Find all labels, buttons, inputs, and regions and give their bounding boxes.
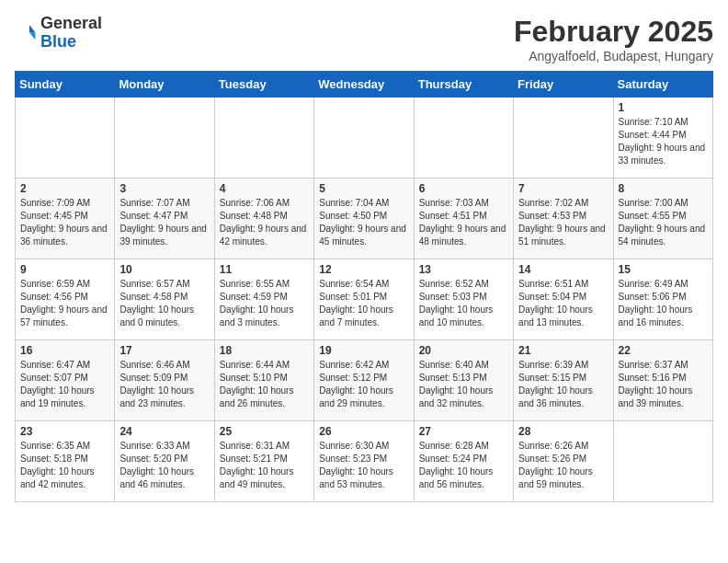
calendar-cell: 9Sunrise: 6:59 AM Sunset: 4:56 PM Daylig… <box>16 259 115 340</box>
day-number: 24 <box>119 425 209 438</box>
weekday-header: Monday <box>115 72 214 98</box>
weekday-header: Wednesday <box>314 72 414 98</box>
day-info: Sunrise: 7:10 AM Sunset: 4:44 PM Dayligh… <box>619 116 708 167</box>
day-number: 12 <box>319 263 408 276</box>
calendar-cell: 14Sunrise: 6:51 AM Sunset: 5:04 PM Dayli… <box>514 259 613 340</box>
logo-icon <box>15 22 37 44</box>
day-info: Sunrise: 6:37 AM Sunset: 5:16 PM Dayligh… <box>619 359 708 410</box>
day-number: 11 <box>220 263 309 276</box>
day-info: Sunrise: 7:07 AM Sunset: 4:47 PM Dayligh… <box>119 197 209 248</box>
calendar-cell: 10Sunrise: 6:57 AM Sunset: 4:58 PM Dayli… <box>115 259 214 340</box>
calendar-cell: 22Sunrise: 6:37 AM Sunset: 5:16 PM Dayli… <box>613 340 712 421</box>
day-info: Sunrise: 6:40 AM Sunset: 5:13 PM Dayligh… <box>419 359 508 410</box>
day-number: 14 <box>518 263 608 276</box>
weekday-header: Sunday <box>16 72 115 98</box>
day-info: Sunrise: 6:59 AM Sunset: 4:56 PM Dayligh… <box>20 278 109 329</box>
day-info: Sunrise: 6:26 AM Sunset: 5:26 PM Dayligh… <box>518 440 608 491</box>
day-number: 8 <box>619 182 708 195</box>
day-number: 5 <box>319 182 408 195</box>
day-info: Sunrise: 6:55 AM Sunset: 4:59 PM Dayligh… <box>220 278 309 329</box>
calendar-cell: 3Sunrise: 7:07 AM Sunset: 4:47 PM Daylig… <box>115 178 214 259</box>
calendar-cell: 16Sunrise: 6:47 AM Sunset: 5:07 PM Dayli… <box>16 340 115 421</box>
day-info: Sunrise: 6:33 AM Sunset: 5:20 PM Dayligh… <box>119 440 209 491</box>
day-info: Sunrise: 6:52 AM Sunset: 5:03 PM Dayligh… <box>419 278 508 329</box>
calendar-cell: 20Sunrise: 6:40 AM Sunset: 5:13 PM Dayli… <box>414 340 513 421</box>
calendar-cell: 8Sunrise: 7:00 AM Sunset: 4:55 PM Daylig… <box>613 178 712 259</box>
weekday-header: Tuesday <box>214 72 313 98</box>
svg-marker-0 <box>29 25 35 32</box>
title-section: February 2025 Angyalfoeld, Budapest, Hun… <box>514 15 713 63</box>
logo: General Blue <box>15 15 102 52</box>
calendar-cell: 11Sunrise: 6:55 AM Sunset: 4:59 PM Dayli… <box>214 259 313 340</box>
calendar-week-row: 9Sunrise: 6:59 AM Sunset: 4:56 PM Daylig… <box>16 259 713 340</box>
weekday-header-row: SundayMondayTuesdayWednesdayThursdayFrid… <box>16 72 713 98</box>
calendar-cell: 2Sunrise: 7:09 AM Sunset: 4:45 PM Daylig… <box>16 178 115 259</box>
day-info: Sunrise: 7:06 AM Sunset: 4:48 PM Dayligh… <box>220 197 309 248</box>
calendar-cell <box>613 421 712 502</box>
calendar-cell <box>16 98 115 178</box>
day-info: Sunrise: 7:04 AM Sunset: 4:50 PM Dayligh… <box>319 197 408 248</box>
calendar-cell: 13Sunrise: 6:52 AM Sunset: 5:03 PM Dayli… <box>414 259 513 340</box>
weekday-header: Thursday <box>414 72 513 98</box>
calendar-cell: 7Sunrise: 7:02 AM Sunset: 4:53 PM Daylig… <box>514 178 613 259</box>
day-info: Sunrise: 6:30 AM Sunset: 5:23 PM Dayligh… <box>319 440 408 491</box>
day-number: 17 <box>119 344 209 357</box>
calendar-cell: 6Sunrise: 7:03 AM Sunset: 4:51 PM Daylig… <box>414 178 513 259</box>
day-number: 9 <box>20 263 109 276</box>
day-number: 18 <box>220 344 309 357</box>
day-info: Sunrise: 7:03 AM Sunset: 4:51 PM Dayligh… <box>419 197 508 248</box>
svg-marker-1 <box>29 32 35 40</box>
day-number: 2 <box>20 182 109 195</box>
day-number: 1 <box>619 101 708 114</box>
calendar-subtitle: Angyalfoeld, Budapest, Hungary <box>514 49 713 63</box>
calendar-cell: 15Sunrise: 6:49 AM Sunset: 5:06 PM Dayli… <box>613 259 712 340</box>
day-number: 16 <box>20 344 109 357</box>
day-number: 20 <box>419 344 508 357</box>
day-info: Sunrise: 7:02 AM Sunset: 4:53 PM Dayligh… <box>518 197 608 248</box>
day-info: Sunrise: 6:57 AM Sunset: 4:58 PM Dayligh… <box>119 278 209 329</box>
calendar-cell: 18Sunrise: 6:44 AM Sunset: 5:10 PM Dayli… <box>214 340 313 421</box>
calendar-table: SundayMondayTuesdayWednesdayThursdayFrid… <box>15 71 713 502</box>
page-header: General Blue February 2025 Angyalfoeld, … <box>15 15 713 63</box>
calendar-week-row: 2Sunrise: 7:09 AM Sunset: 4:45 PM Daylig… <box>16 178 713 259</box>
calendar-cell: 4Sunrise: 7:06 AM Sunset: 4:48 PM Daylig… <box>214 178 313 259</box>
calendar-cell: 17Sunrise: 6:46 AM Sunset: 5:09 PM Dayli… <box>115 340 214 421</box>
calendar-cell <box>414 98 513 178</box>
day-info: Sunrise: 6:46 AM Sunset: 5:09 PM Dayligh… <box>119 359 209 410</box>
day-info: Sunrise: 6:39 AM Sunset: 5:15 PM Dayligh… <box>518 359 608 410</box>
calendar-title: February 2025 <box>514 15 713 49</box>
calendar-cell: 28Sunrise: 6:26 AM Sunset: 5:26 PM Dayli… <box>514 421 613 502</box>
logo-text: General Blue <box>40 15 102 52</box>
day-number: 23 <box>20 425 109 438</box>
day-number: 21 <box>518 344 608 357</box>
day-info: Sunrise: 6:51 AM Sunset: 5:04 PM Dayligh… <box>518 278 608 329</box>
day-number: 13 <box>419 263 508 276</box>
day-info: Sunrise: 6:42 AM Sunset: 5:12 PM Dayligh… <box>319 359 408 410</box>
weekday-header: Saturday <box>613 72 712 98</box>
calendar-cell: 1Sunrise: 7:10 AM Sunset: 4:44 PM Daylig… <box>613 98 712 178</box>
calendar-cell: 26Sunrise: 6:30 AM Sunset: 5:23 PM Dayli… <box>314 421 414 502</box>
day-number: 22 <box>619 344 708 357</box>
day-number: 27 <box>419 425 508 438</box>
day-number: 28 <box>518 425 608 438</box>
calendar-cell: 21Sunrise: 6:39 AM Sunset: 5:15 PM Dayli… <box>514 340 613 421</box>
calendar-cell <box>115 98 214 178</box>
calendar-cell: 25Sunrise: 6:31 AM Sunset: 5:21 PM Dayli… <box>214 421 313 502</box>
day-info: Sunrise: 6:49 AM Sunset: 5:06 PM Dayligh… <box>619 278 708 329</box>
day-info: Sunrise: 7:09 AM Sunset: 4:45 PM Dayligh… <box>20 197 109 248</box>
calendar-week-row: 23Sunrise: 6:35 AM Sunset: 5:18 PM Dayli… <box>16 421 713 502</box>
calendar-cell: 19Sunrise: 6:42 AM Sunset: 5:12 PM Dayli… <box>314 340 414 421</box>
day-number: 7 <box>518 182 608 195</box>
day-info: Sunrise: 6:47 AM Sunset: 5:07 PM Dayligh… <box>20 359 109 410</box>
calendar-cell: 12Sunrise: 6:54 AM Sunset: 5:01 PM Dayli… <box>314 259 414 340</box>
calendar-week-row: 1Sunrise: 7:10 AM Sunset: 4:44 PM Daylig… <box>16 98 713 178</box>
calendar-cell: 27Sunrise: 6:28 AM Sunset: 5:24 PM Dayli… <box>414 421 513 502</box>
day-info: Sunrise: 7:00 AM Sunset: 4:55 PM Dayligh… <box>619 197 708 248</box>
calendar-cell <box>314 98 414 178</box>
weekday-header: Friday <box>514 72 613 98</box>
calendar-cell: 5Sunrise: 7:04 AM Sunset: 4:50 PM Daylig… <box>314 178 414 259</box>
calendar-cell: 24Sunrise: 6:33 AM Sunset: 5:20 PM Dayli… <box>115 421 214 502</box>
day-info: Sunrise: 6:44 AM Sunset: 5:10 PM Dayligh… <box>220 359 309 410</box>
day-number: 6 <box>419 182 508 195</box>
calendar-cell <box>514 98 613 178</box>
